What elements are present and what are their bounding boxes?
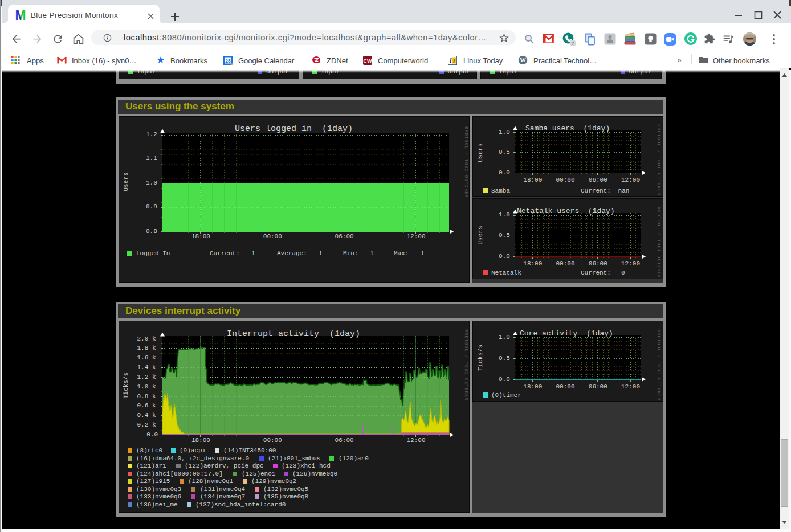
svg-text:28: 28 [225,58,231,64]
svg-text:W: W [520,57,526,63]
svg-text:?: ? [571,40,574,46]
svg-text:CW: CW [364,58,372,64]
svg-text:M: M [15,10,26,21]
